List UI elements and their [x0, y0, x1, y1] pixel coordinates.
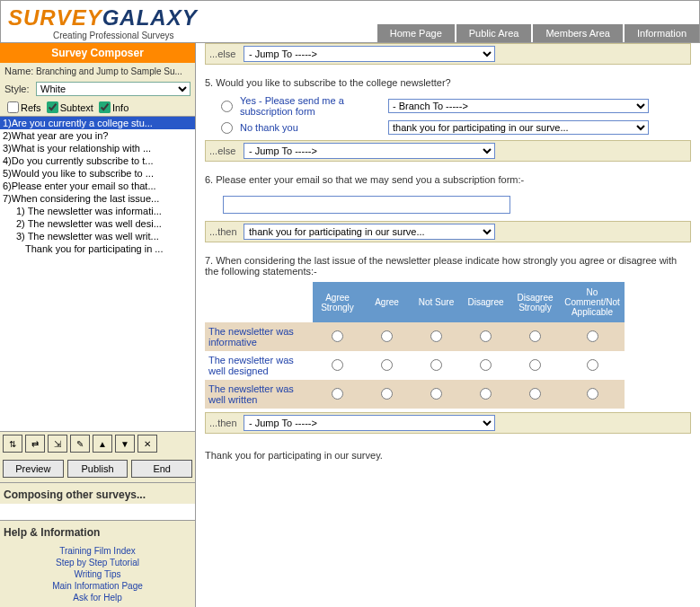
matrix-row: The newsletter was well designed	[205, 351, 625, 380]
tool-btn[interactable]: ⇅	[3, 435, 22, 453]
col-head: No Comment/Not Applicable	[560, 282, 625, 322]
help-link[interactable]: Writing Tips	[4, 568, 191, 580]
style-label: Style:	[4, 84, 36, 94]
matrix-radio[interactable]	[332, 388, 343, 400]
help-link[interactable]: Main Information Page	[4, 580, 191, 592]
nav-home[interactable]: Home Page	[377, 24, 455, 42]
matrix-radio[interactable]	[480, 388, 492, 400]
nav-public[interactable]: Public Area	[456, 24, 532, 42]
matrix-radio[interactable]	[332, 359, 343, 371]
matrix-radio[interactable]	[587, 330, 598, 342]
row-label: The newsletter was informative	[205, 322, 313, 351]
nav-info[interactable]: Information	[624, 24, 699, 42]
q5-option-no: No thank you thank you for participating…	[205, 119, 691, 136]
question-item[interactable]: 3)What is your relationship with ...	[0, 142, 195, 154]
q5-radio-no[interactable]	[221, 122, 233, 134]
matrix-radio[interactable]	[529, 359, 541, 371]
q5-opt2-label: No thank you	[240, 122, 388, 133]
tool-btn[interactable]: ▲	[93, 435, 112, 453]
matrix-radio[interactable]	[381, 330, 393, 342]
q5-opt1-label: Yes - Please send me a subscription form	[240, 95, 388, 117]
help-links: Training Film Index Step by Step Tutoria…	[0, 541, 195, 607]
question-item[interactable]: 5)Would you like to subscribe to ...	[0, 167, 195, 180]
tool-btn[interactable]: ⇄	[25, 435, 45, 453]
refs-check[interactable]: Refs	[7, 101, 41, 113]
matrix-radio[interactable]	[430, 388, 442, 400]
else-label: ...else	[209, 48, 244, 59]
col-head: Disagree	[461, 282, 510, 322]
end-button[interactable]: End	[131, 460, 192, 478]
toolbar: ⇅ ⇄ ⇲ ✎ ▲ ▼ ✕	[0, 431, 195, 455]
help-link[interactable]: Step by Step Tutorial	[4, 557, 191, 568]
matrix-radio[interactable]	[430, 359, 442, 371]
matrix-row: The newsletter was informative	[205, 322, 625, 351]
matrix-radio[interactable]	[480, 359, 492, 371]
logo-tagline: Creating Professional Surveys	[8, 31, 269, 42]
question-item[interactable]: 4)Do you currently subscribe to t...	[0, 154, 195, 167]
subtext-check[interactable]: Subtext	[47, 101, 93, 113]
tool-btn[interactable]: ✕	[137, 435, 157, 453]
question-item[interactable]: 7)When considering the last issue...	[0, 192, 195, 205]
q5-option-yes: Yes - Please send me a subscription form…	[205, 93, 691, 119]
col-head: Agree Strongly	[313, 282, 362, 322]
q5-opt1-select[interactable]: - Branch To ----->	[388, 99, 649, 113]
q5-else-select[interactable]: - Jump To ----->	[244, 143, 495, 159]
other-surveys-head[interactable]: Composing other surveys...	[0, 482, 195, 504]
then-label: ...then	[209, 226, 244, 237]
top-else-select[interactable]: - Jump To ----->	[244, 46, 495, 62]
matrix-radio[interactable]	[381, 359, 393, 371]
question-item[interactable]: 1)Are you currently a college stu...	[0, 117, 195, 129]
logo-brand2: GALAXY	[102, 5, 198, 30]
nav-members[interactable]: Members Area	[532, 24, 623, 42]
q5-opt2-select[interactable]: thank you for participating in our surve…	[388, 120, 649, 135]
q5-else-row: ...else - Jump To ----->	[205, 140, 691, 162]
matrix-radio[interactable]	[332, 330, 343, 342]
name-label: Name:	[4, 66, 36, 76]
survey-style-row: Style: White	[0, 79, 195, 99]
matrix-radio[interactable]	[480, 330, 492, 342]
survey-name: Branching and Jump to Sample Su...	[36, 66, 191, 76]
col-head: Not Sure	[412, 282, 461, 322]
preview-button[interactable]: Preview	[3, 460, 64, 478]
question-item[interactable]: 2)What year are you in?	[0, 129, 195, 142]
help-link[interactable]: Ask for Help	[4, 592, 191, 603]
help-head: Help & Information	[0, 520, 195, 541]
matrix-radio[interactable]	[430, 330, 442, 342]
matrix-radio[interactable]	[587, 388, 598, 400]
matrix-row: The newsletter was well written	[205, 380, 625, 409]
survey-name-row: Name: Branching and Jump to Sample Su...	[0, 63, 195, 79]
matrix-radio[interactable]	[529, 330, 541, 342]
thanks-text: Thank you for participating in our surve…	[205, 450, 691, 461]
matrix-radio[interactable]	[381, 388, 393, 400]
q6-email-input[interactable]	[223, 196, 510, 214]
q6-then-select[interactable]: thank you for participating in our surve…	[244, 224, 495, 240]
question-item[interactable]: 6)Please enter your email so that...	[0, 180, 195, 192]
tool-btn[interactable]: ✎	[70, 435, 90, 453]
publish-button[interactable]: Publish	[67, 460, 128, 478]
row-label: The newsletter was well designed	[205, 351, 313, 380]
else-label: ...else	[209, 145, 244, 156]
info-check[interactable]: Info	[99, 101, 128, 113]
help-link[interactable]: Training Film Index	[4, 545, 191, 557]
question-subitem[interactable]: Thank you for participating in ...	[0, 242, 195, 255]
q7-then-select[interactable]: - Jump To ----->	[244, 415, 495, 431]
top-nav: Home Page Public Area Members Area Infor…	[377, 24, 699, 42]
col-head: Disagree Strongly	[510, 282, 560, 322]
content-pane: ...else - Jump To -----> 5. Would you li…	[196, 43, 700, 607]
matrix-radio[interactable]	[587, 359, 598, 371]
matrix-header: Agree Strongly Agree Not Sure Disagree D…	[205, 282, 625, 322]
tool-btn[interactable]: ⇲	[48, 435, 67, 453]
style-select[interactable]: White	[36, 82, 191, 96]
question-subitem[interactable]: 3) The newsletter was well writ...	[0, 230, 195, 242]
matrix-radio[interactable]	[529, 388, 541, 400]
tool-btn[interactable]: ▼	[115, 435, 135, 453]
logo: SURVEYGALAXY Creating Professional Surve…	[8, 5, 269, 42]
q5-radio-yes[interactable]	[221, 101, 233, 112]
header: SURVEYGALAXY Creating Professional Surve…	[0, 0, 700, 43]
q6-text: 6. Please enter your email so that we ma…	[205, 174, 691, 185]
question-subitem[interactable]: 2) The newsletter was well desi...	[0, 217, 195, 230]
sidebar: Survey Composer Name: Branching and Jump…	[0, 43, 196, 607]
logo-brand1: SURVEY	[8, 5, 102, 30]
then-label: ...then	[209, 418, 244, 428]
question-subitem[interactable]: 1) The newsletter was informati...	[0, 205, 195, 217]
